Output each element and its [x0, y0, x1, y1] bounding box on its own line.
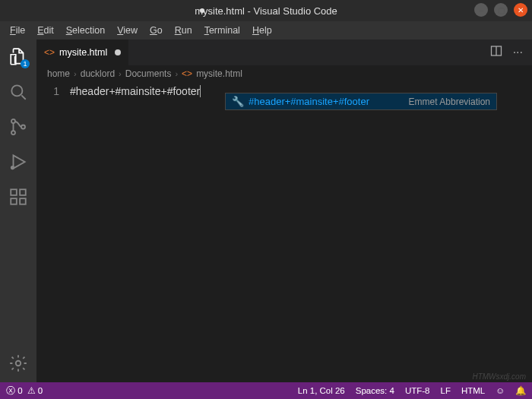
close-button[interactable]: ✕: [514, 3, 527, 17]
encoding[interactable]: UTF-8: [405, 386, 430, 395]
svg-line-1: [21, 95, 25, 99]
watermark: HTMWsxdj.com: [472, 372, 526, 381]
code-editor[interactable]: 1 #header+#mainsite+#footer: [36, 82, 532, 382]
window-controls: – ▢ ✕: [474, 3, 527, 17]
menu-help[interactable]: Help: [247, 24, 277, 37]
tabs: <> mysite.html ···: [36, 40, 532, 65]
menu-run[interactable]: Run: [169, 24, 198, 37]
warnings-icon[interactable]: ⚠ 0: [27, 385, 43, 396]
minimize-button[interactable]: –: [474, 3, 488, 17]
more-actions-icon[interactable]: ···: [513, 46, 523, 59]
cursor-position[interactable]: Ln 1, Col 26: [298, 386, 345, 395]
status-bar: ⓧ 0 ⚠ 0 Ln 1, Col 26 Spaces: 4 UTF-8 LF …: [0, 382, 532, 399]
menu-go[interactable]: Go: [144, 24, 168, 37]
breadcrumbs[interactable]: home › ducklord › Documents › <> mysite.…: [36, 65, 532, 82]
suggestion-text: #header+#mainsite+#footer: [249, 96, 369, 107]
html-file-icon: <>: [182, 68, 192, 79]
svg-point-2: [11, 119, 15, 123]
line-number: 1: [36, 82, 70, 382]
suggestion-kind: Emmet Abbreviation: [409, 97, 490, 107]
menu-selection[interactable]: Selection: [61, 24, 110, 37]
settings-gear-icon[interactable]: [8, 353, 28, 373]
modified-indicator-icon: [200, 8, 204, 13]
code-line[interactable]: #header+#mainsite+#footer: [70, 82, 532, 382]
breadcrumb-user[interactable]: ducklord: [81, 68, 115, 79]
menu-edit[interactable]: Edit: [32, 24, 59, 37]
extensions-icon[interactable]: [8, 187, 28, 207]
chevron-right-icon: ›: [74, 69, 77, 78]
eol[interactable]: LF: [441, 386, 451, 395]
tab-label: mysite.html: [59, 47, 107, 58]
notifications-icon[interactable]: 🔔: [515, 385, 526, 396]
maximize-button[interactable]: ▢: [494, 3, 508, 17]
feedback-icon[interactable]: ☺: [496, 386, 505, 395]
editor-area: <> mysite.html ··· home › ducklord › Doc…: [36, 40, 532, 382]
activity-bar: 1: [0, 40, 36, 382]
tab-modified-dot-icon: [115, 49, 121, 55]
svg-rect-8: [11, 198, 17, 204]
main-area: 1 <> mysite.html ···: [0, 40, 532, 382]
svg-point-0: [11, 85, 22, 96]
wrench-icon: 🔧: [232, 96, 244, 107]
breadcrumb-file[interactable]: mysite.html: [196, 68, 242, 79]
split-editor-icon[interactable]: [490, 45, 502, 60]
text-cursor-icon: [200, 85, 201, 97]
svg-point-6: [11, 166, 14, 169]
chevron-right-icon: ›: [119, 69, 122, 78]
svg-point-11: [16, 361, 21, 366]
menu-terminal[interactable]: Terminal: [199, 24, 245, 37]
tab-mysite[interactable]: <> mysite.html: [36, 40, 128, 65]
window-title: mysite.html - Visual Studio Code: [195, 5, 337, 17]
explorer-icon[interactable]: 1: [8, 47, 28, 67]
source-control-icon[interactable]: [8, 117, 28, 137]
menu-file[interactable]: File: [5, 24, 30, 37]
svg-point-4: [21, 125, 25, 129]
indentation[interactable]: Spaces: 4: [356, 386, 394, 395]
explorer-badge: 1: [21, 59, 30, 68]
svg-rect-9: [20, 198, 26, 204]
breadcrumb-home[interactable]: home: [47, 68, 70, 79]
breadcrumb-folder[interactable]: Documents: [125, 68, 172, 79]
menu-view[interactable]: View: [112, 24, 143, 37]
svg-rect-10: [20, 189, 26, 195]
html-file-icon: <>: [44, 47, 55, 58]
search-icon[interactable]: [8, 82, 28, 102]
suggestion-item[interactable]: 🔧 #header+#mainsite+#footer Emmet Abbrev…: [226, 93, 496, 109]
run-debug-icon[interactable]: [8, 152, 28, 172]
svg-marker-5: [14, 155, 25, 168]
titlebar: mysite.html - Visual Studio Code – ▢ ✕: [0, 0, 532, 21]
menubar: File Edit Selection View Go Run Terminal…: [0, 21, 532, 40]
errors-icon[interactable]: ⓧ 0: [6, 385, 23, 397]
language-mode[interactable]: HTML: [461, 386, 485, 395]
tab-actions: ···: [490, 40, 532, 65]
svg-rect-7: [11, 189, 17, 195]
chevron-right-icon: ›: [175, 69, 178, 78]
suggestion-widget[interactable]: 🔧 #header+#mainsite+#footer Emmet Abbrev…: [225, 93, 497, 110]
svg-point-3: [11, 131, 15, 135]
